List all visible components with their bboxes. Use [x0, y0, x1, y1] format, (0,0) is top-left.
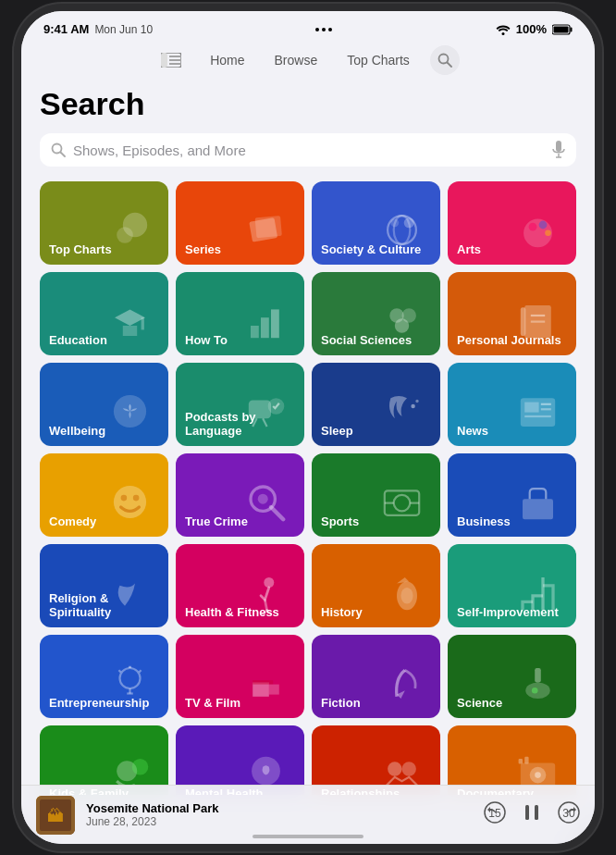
device-frame: 9:41 AM Mon Jun 10 100% [21, 11, 595, 844]
category-tile[interactable]: History [312, 544, 440, 627]
tile-label: Top Charts [49, 242, 112, 257]
svg-rect-60 [523, 499, 553, 519]
svg-rect-87 [524, 757, 528, 764]
svg-rect-75 [535, 668, 541, 682]
category-tile[interactable]: Health & Fitness [176, 544, 304, 627]
category-tile[interactable]: Personal Journals [448, 272, 576, 355]
category-tile[interactable]: Entrepreneurship [40, 635, 168, 718]
status-bar: 9:41 AM Mon Jun 10 100% [21, 11, 595, 40]
category-tile[interactable]: Self-Improvement [448, 544, 576, 627]
category-tile[interactable]: Education [40, 272, 168, 355]
category-tile[interactable]: True Crime [176, 453, 304, 537]
svg-point-55 [258, 494, 268, 504]
microphone-icon [552, 141, 565, 159]
tile-icon [376, 477, 437, 537]
nav-tab-home[interactable]: Home [197, 47, 257, 73]
svg-point-25 [529, 223, 537, 231]
svg-point-79 [132, 759, 149, 775]
svg-line-69 [118, 670, 120, 672]
tile-label: Relationships [321, 787, 400, 795]
home-indicator [253, 835, 363, 838]
nav-tab-top-charts[interactable]: Top Charts [334, 47, 423, 73]
category-tile[interactable]: Podcasts by Language [176, 363, 304, 446]
category-tile[interactable]: Comedy [40, 453, 168, 537]
nav-search-button[interactable] [430, 45, 460, 75]
svg-line-10 [447, 63, 451, 68]
search-bar[interactable]: Shows, Episodes, and More [40, 133, 576, 167]
category-tile[interactable]: How To [176, 272, 304, 355]
category-tile[interactable]: Religion & Spirituality [40, 544, 168, 627]
tile-icon [512, 477, 573, 537]
svg-rect-73 [269, 680, 273, 684]
category-tile[interactable]: TV & Film [176, 635, 304, 718]
battery-icon [552, 24, 573, 35]
category-tile[interactable]: News [448, 363, 576, 446]
category-tile[interactable]: Wellbeing [40, 363, 168, 446]
tile-label: Documentary [457, 787, 534, 795]
category-tile[interactable]: Sports [312, 453, 440, 537]
tile-label: Education [49, 333, 107, 348]
rewind-button[interactable]: 15 [484, 801, 506, 828]
page-title: Search [40, 82, 576, 122]
status-right: 100% [496, 22, 573, 36]
category-tile[interactable]: Society & Culture [312, 181, 440, 265]
category-tile[interactable]: Business [448, 453, 576, 537]
tile-label: Series [185, 242, 221, 257]
svg-point-57 [394, 495, 411, 512]
svg-rect-97 [525, 805, 529, 820]
player-controls: 15 30 [484, 801, 580, 829]
tile-icon [376, 567, 437, 627]
svg-rect-74 [269, 685, 279, 695]
tile-label: Mental Health [185, 787, 264, 795]
svg-point-50 [114, 486, 146, 518]
status-time: 9:41 AM [43, 22, 89, 36]
player-artwork: 🏔 [36, 796, 75, 835]
category-tile[interactable]: Series [176, 181, 304, 265]
tile-icon [240, 295, 301, 355]
tile-label: True Crime [185, 514, 248, 529]
tile-label: Personal Journals [457, 333, 561, 348]
svg-point-52 [133, 495, 140, 502]
nav-tab-browse[interactable]: Browse [261, 47, 330, 73]
tile-label: Wellbeing [49, 424, 105, 439]
play-pause-button[interactable] [521, 801, 543, 829]
player-title: Yosemite National Park [86, 801, 473, 815]
search-placeholder-text: Shows, Episodes, and More [73, 142, 545, 158]
tile-label: TV & Film [185, 696, 240, 711]
svg-rect-2 [571, 27, 573, 31]
player-subtitle: June 28, 2023 [86, 815, 473, 828]
tile-icon [376, 386, 437, 446]
tile-icon [240, 658, 301, 718]
category-tile[interactable]: Arts [448, 181, 576, 265]
svg-rect-37 [521, 307, 526, 336]
status-date: Mon Jun 10 [94, 23, 153, 36]
svg-rect-29 [142, 317, 144, 329]
nav-bar: Home Browse Top Charts [21, 40, 595, 82]
svg-text:🏔: 🏔 [47, 807, 64, 825]
svg-point-26 [539, 221, 548, 229]
svg-point-65 [120, 668, 141, 688]
battery-text: 100% [516, 22, 547, 36]
search-icon [51, 142, 66, 157]
svg-point-23 [390, 218, 399, 227]
tile-label: Science [457, 696, 502, 711]
category-grid: Top Charts Series Society & Culture Arts… [40, 181, 576, 795]
tile-label: Self-Improvement [457, 605, 559, 620]
svg-point-61 [264, 577, 274, 588]
svg-rect-86 [519, 759, 523, 764]
svg-point-44 [415, 400, 418, 403]
svg-line-70 [139, 670, 141, 672]
forward-button[interactable]: 30 [558, 801, 580, 828]
category-tile[interactable]: Sleep [312, 363, 440, 446]
svg-point-81 [388, 762, 401, 775]
category-tile[interactable]: Fiction [312, 635, 440, 718]
sidebar-toggle-button[interactable] [156, 45, 186, 75]
category-tile[interactable]: Social Sciences [312, 272, 440, 355]
category-tile[interactable]: Top Charts [40, 181, 168, 265]
tile-label: Comedy [49, 514, 96, 529]
svg-point-43 [411, 404, 414, 408]
svg-rect-28 [123, 326, 137, 336]
category-tile[interactable]: Science [448, 635, 576, 718]
svg-point-63 [400, 588, 413, 604]
status-center-dots [315, 28, 332, 31]
